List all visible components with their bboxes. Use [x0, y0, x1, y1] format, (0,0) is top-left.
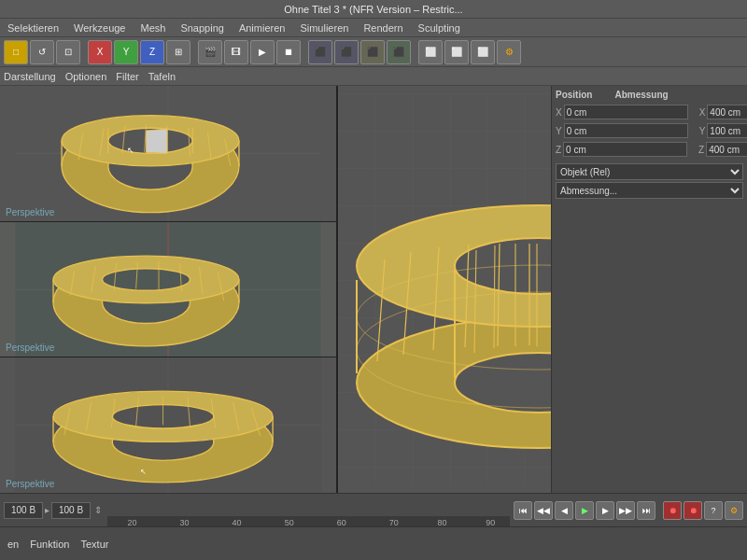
secondary-bar: Darstellung Optionen Filter Tafeln: [0, 67, 747, 86]
toolbar-btn-e4[interactable]: ⚙: [497, 40, 521, 64]
right-viewport[interactable]: Position Abmessung X X Y Y Z: [338, 86, 747, 493]
toolbar-btn-e2[interactable]: ⬜: [444, 40, 469, 64]
toolbar-btn-e3[interactable]: ⬜: [471, 40, 495, 64]
sec-darstellung[interactable]: Darstellung: [4, 71, 56, 82]
tl-btn-last[interactable]: ⏭: [637, 501, 655, 520]
coord-x-size[interactable]: [707, 105, 747, 119]
tl-btn-extra[interactable]: ⚙: [725, 501, 743, 520]
viewport-top-left[interactable]: ↖ Perspektive: [0, 86, 336, 222]
toolbar-group-render: ⬛ ⬛ ⬛ ⬛: [308, 40, 411, 64]
toolbar-btn-scale[interactable]: ⊡: [56, 40, 80, 64]
menu-mesh[interactable]: Mesh: [136, 21, 169, 35]
toolbar-btn-all[interactable]: ⊞: [166, 40, 190, 64]
bottom-bar: en Funktion Textur: [0, 526, 747, 560]
title-bar: Ohne Titel 3 * (NFR Version – Restric...: [0, 0, 747, 19]
toolbar-btn-e1[interactable]: ⬜: [418, 40, 443, 64]
timeline-current-frame[interactable]: [4, 502, 43, 519]
tl-mark-70: 70: [389, 518, 399, 527]
bottom-en[interactable]: en: [4, 538, 22, 551]
toolbar-btn-select[interactable]: □: [4, 40, 28, 64]
toolbar-btn-film[interactable]: 🎞: [224, 40, 248, 64]
sec-optionen[interactable]: Optionen: [65, 71, 107, 82]
toolbar-btn-x[interactable]: X: [88, 40, 112, 64]
coord-object-rel-dropdown[interactable]: Objekt (Rel): [556, 163, 743, 180]
toolbar-group-media: 🎬 🎞 ▶ ⏹: [198, 40, 301, 64]
coord-row-dropdown1: Objekt (Rel): [556, 163, 743, 180]
coord-abmessung-dropdown[interactable]: Abmessung...: [556, 182, 743, 199]
tl-mark-60: 60: [337, 518, 346, 527]
tl-btn-help[interactable]: ?: [704, 501, 723, 520]
left-panel: ↖ Perspektive: [0, 86, 338, 493]
svg-text:↖: ↖: [127, 146, 134, 155]
tl-btn-first[interactable]: ⏮: [514, 501, 532, 520]
menu-werkzeuge[interactable]: Werkzeuge: [70, 21, 129, 35]
vp-mid-left-label: Perspektive: [6, 343, 54, 353]
coord-row-z: Z Z: [556, 141, 743, 158]
timeline-arrow: ⇕: [94, 505, 102, 515]
tl-btn-prev[interactable]: ◀: [555, 501, 573, 520]
toolbar-btn-r3[interactable]: ⬛: [360, 40, 385, 64]
toolbar: □ ↺ ⊡ X Y Z ⊞ 🎬 🎞 ▶ ⏹ ⬛ ⬛ ⬛ ⬛ ⬜ ⬜ ⬜ ⚙: [0, 37, 747, 67]
sec-filter[interactable]: Filter: [116, 71, 138, 82]
coord-panel-header: Position Abmessung: [556, 90, 743, 100]
sec-tafeln[interactable]: Tafeln: [148, 71, 176, 82]
timeline-frame-inputs: ▸ ⇕: [0, 502, 107, 519]
toolbar-btn-z[interactable]: Z: [140, 40, 164, 64]
timeline-end-frame[interactable]: [51, 502, 91, 519]
title-text: Ohne Titel 3 * (NFR Version – Restric...: [284, 4, 462, 15]
tl-mark-50: 50: [285, 518, 294, 527]
tl-btn-next-key[interactable]: ▶▶: [616, 501, 635, 520]
coord-panel: Position Abmessung X X Y Y Z: [551, 86, 747, 493]
menu-bar: Selektieren Werkzeuge Mesh Snapping Anim…: [0, 19, 747, 37]
coord-y-size-label: Y: [699, 126, 706, 136]
coord-x-pos[interactable]: [564, 105, 688, 119]
tl-btn-rec1[interactable]: ⏺: [663, 501, 682, 520]
coord-y-size[interactable]: [707, 123, 747, 138]
coord-y-pos[interactable]: [564, 123, 688, 138]
toolbar-btn-record[interactable]: 🎬: [198, 40, 222, 64]
bottom-textur[interactable]: Textur: [77, 538, 112, 551]
coord-row-x: X X: [556, 104, 743, 120]
timeline: ▸ ⇕ 20 30 40 50 60 70 80 90 ⏮ ◀◀ ◀ ▶ ▶ ▶…: [0, 493, 747, 526]
timeline-ruler: 20 30 40 50 60 70 80 90: [107, 494, 510, 527]
tl-btn-rec2[interactable]: ⏺: [684, 501, 702, 520]
menu-animieren[interactable]: Animieren: [235, 21, 289, 35]
vp-top-left-label: Perspektive: [6, 207, 54, 217]
tl-mark-40: 40: [233, 518, 242, 527]
viewport-bot-left[interactable]: ↖ Perspektive: [0, 357, 336, 493]
coord-z-size-label: Z: [698, 145, 704, 155]
coord-x-label: X: [556, 107, 562, 118]
viewport-mid-left[interactable]: Perspektive: [0, 222, 336, 358]
toolbar-btn-r4[interactable]: ⬛: [387, 40, 411, 64]
menu-snapping[interactable]: Snapping: [176, 21, 228, 35]
toolbar-btn-r1[interactable]: ⬛: [308, 40, 332, 64]
timeline-controls: ⏮ ◀◀ ◀ ▶ ▶ ▶▶ ⏭ ⏺ ⏺ ? ⚙: [510, 494, 747, 526]
main-area: ↖ Perspektive: [0, 86, 747, 493]
svg-marker-19: [146, 129, 167, 153]
menu-selektieren[interactable]: Selektieren: [4, 21, 63, 35]
tl-mark-90: 90: [486, 518, 495, 527]
viewport-mid-canvas: [0, 222, 336, 357]
toolbar-btn-r2[interactable]: ⬛: [334, 40, 359, 64]
coord-z-size[interactable]: [706, 142, 747, 157]
toolbar-btn-y[interactable]: Y: [114, 40, 138, 64]
tl-mark-80: 80: [437, 518, 446, 527]
abmessung-title: Abmessung: [614, 90, 668, 100]
coord-z-pos[interactable]: [563, 142, 687, 157]
tl-btn-play[interactable]: ▶: [575, 501, 594, 520]
toolbar-group-extra: ⬜ ⬜ ⬜ ⚙: [418, 40, 521, 64]
toolbar-btn-stop[interactable]: ⏹: [276, 40, 301, 64]
bottom-funktion[interactable]: Funktion: [26, 538, 73, 551]
tl-btn-prev-key[interactable]: ◀◀: [534, 501, 553, 520]
tl-btn-next[interactable]: ▶: [596, 501, 614, 520]
vp-bot-left-label: Perspektive: [6, 479, 54, 489]
viewport-top-canvas: ↖: [0, 86, 336, 221]
toolbar-btn-rotate[interactable]: ↺: [30, 40, 54, 64]
toolbar-btn-play[interactable]: ▶: [250, 40, 275, 64]
menu-sculpting[interactable]: Sculpting: [415, 21, 464, 35]
menu-simulieren[interactable]: Simulieren: [296, 21, 352, 35]
coord-x-size-label: X: [699, 107, 706, 118]
coord-row-y: Y Y: [556, 122, 743, 139]
menu-rendern[interactable]: Rendern: [359, 21, 406, 35]
coord-z-label: Z: [556, 145, 561, 155]
